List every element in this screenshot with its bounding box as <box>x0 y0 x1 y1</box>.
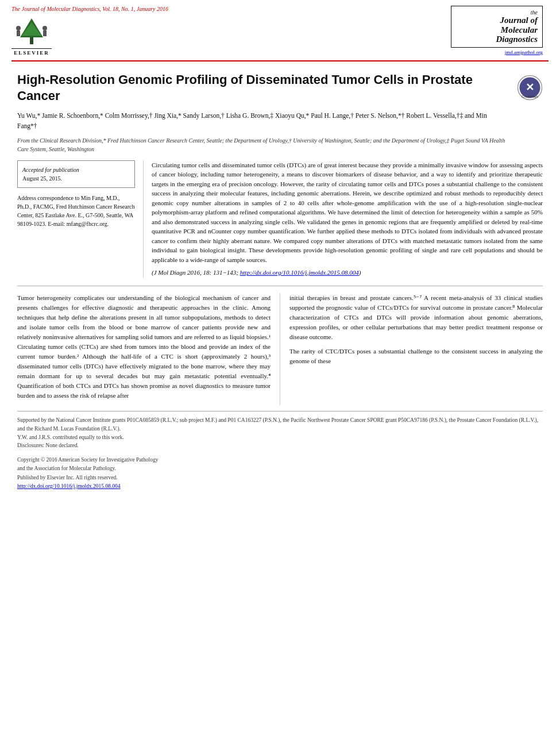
elsevier-tree-icon <box>11 16 52 47</box>
journal-logo-line3: Molecular <box>456 25 538 35</box>
header: The Journal of Molecular Diagnostics, Vo… <box>0 0 560 56</box>
header-right: the Journal of Molecular Diagnostics jmd… <box>451 6 543 55</box>
journal-url[interactable]: jmd.amjpathol.org <box>505 49 543 55</box>
body-right-para1: initial therapies in breast and prostate… <box>289 293 543 342</box>
citation-suffix: ) <box>359 269 361 276</box>
authors: Yu Wu,* Jamie R. Schoenborn,* Colm Morri… <box>17 110 505 132</box>
journal-logo-box: the Journal of Molecular Diagnostics <box>451 6 543 48</box>
citation-prefix: (J Mol Diagn 2016, 18: 131−143; <box>152 269 240 276</box>
abstract-citation: (J Mol Diagn 2016, 18: 131−143; http://d… <box>152 268 543 278</box>
left-sidebar: Accepted for publication August 25, 2015… <box>17 160 144 278</box>
copyright-line1: Copyright © 2016 American Society for In… <box>17 456 543 464</box>
copyright-link[interactable]: http://dx.doi.org/10.1016/j.jmoldx.2015.… <box>17 482 543 491</box>
elsevier-logo: ELSEVIER <box>11 16 52 56</box>
svg-rect-1 <box>30 37 33 44</box>
footnotes: Supported by the National Cancer Institu… <box>0 411 560 450</box>
svg-rect-7 <box>43 30 47 36</box>
elsevier-label: ELSEVIER <box>11 48 52 56</box>
body-section: Tumor heterogeneity complicates our unde… <box>0 286 560 406</box>
journal-logo-line2: Journal of <box>456 16 538 25</box>
journal-top-text: The Journal of Molecular Diagnostics, Vo… <box>11 6 168 12</box>
article-title: High-Resolution Genomic Profiling of Dis… <box>17 72 505 103</box>
svg-point-4 <box>16 26 21 30</box>
footnote-line2: Y.W. and J.R.S. contributed equally to t… <box>17 433 543 442</box>
crossmark-logo[interactable]: ✕ CrossMark <box>517 75 543 103</box>
header-left: The Journal of Molecular Diagnostics, Vo… <box>11 6 168 56</box>
copyright-line3: Published by Elsevier Inc. All rights re… <box>17 474 543 482</box>
page: The Journal of Molecular Diagnostics, Vo… <box>0 0 560 750</box>
abstract-col: Circulating tumor cells and disseminated… <box>144 160 543 278</box>
journal-logo-line4: Diagnostics <box>456 34 538 44</box>
footnote-line1: Supported by the National Cancer Institu… <box>17 416 543 433</box>
body-left-para1: Tumor heterogeneity complicates our unde… <box>17 293 271 401</box>
crossmark-icon: ✕ CrossMark <box>517 75 543 101</box>
citation-link[interactable]: http://dx.doi.org/10.1016/j.jmoldx.2015.… <box>240 269 359 276</box>
svg-text:CrossMark: CrossMark <box>522 95 539 98</box>
accepted-label: Accepted for publication <box>22 167 79 173</box>
journal-logo-line1: the <box>456 9 538 16</box>
body-right-para2: The rarity of CTC/DTCs poses a substanti… <box>289 347 543 366</box>
svg-text:✕: ✕ <box>526 82 534 93</box>
abstract-section: Accepted for publication August 25, 2015… <box>0 153 560 278</box>
title-section: High-Resolution Genomic Profiling of Dis… <box>0 61 560 153</box>
copyright: Copyright © 2016 American Society for In… <box>0 450 560 497</box>
abstract-body: Circulating tumor cells and disseminated… <box>152 160 543 265</box>
copyright-line2: and the Association for Molecular Pathol… <box>17 464 543 473</box>
svg-point-6 <box>43 26 47 30</box>
footnote-line3: Disclosures: None declared. <box>17 441 543 450</box>
address-box: Address correspondence to Min Fang, M.D.… <box>17 194 135 228</box>
title-text-block: High-Resolution Genomic Profiling of Dis… <box>17 72 517 153</box>
affiliations: From the Clinical Research Division,* Fr… <box>17 136 505 153</box>
body-left-col: Tumor heterogeneity complicates our unde… <box>17 293 280 406</box>
svg-rect-5 <box>17 30 20 36</box>
body-right-col: initial therapies in breast and prostate… <box>280 293 543 406</box>
accepted-box: Accepted for publication August 25, 2015… <box>17 160 135 188</box>
accepted-date: August 25, 2015. <box>22 175 62 182</box>
